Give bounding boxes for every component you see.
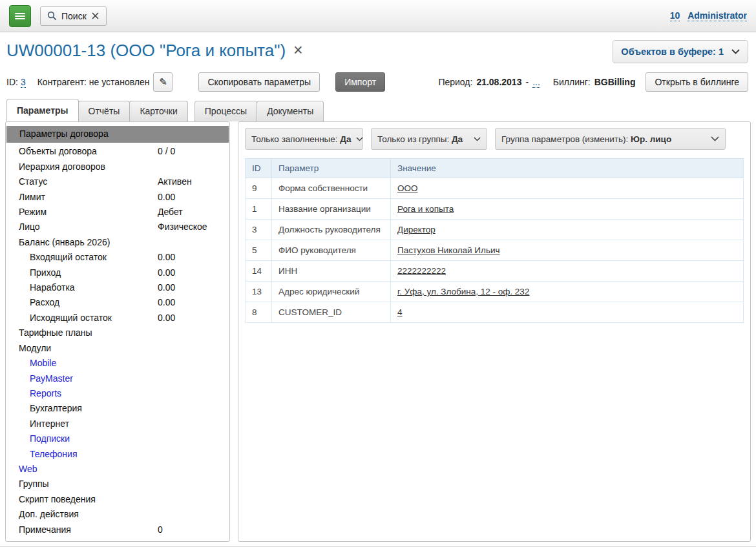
sidebar-item-value: 0.00	[158, 267, 175, 278]
chevron-down-icon	[351, 137, 363, 141]
sidebar-item[interactable]: Reports	[6, 386, 229, 401]
tab-label: Отчёты	[89, 106, 120, 116]
sidebar-item[interactable]: Исходящий остаток 0.00	[6, 311, 229, 325]
param-name-cell: Адрес юридический	[272, 282, 391, 302]
filter-only-filled[interactable]: Только заполненные: Да	[245, 128, 363, 150]
sidebar-item-label: Объекты договора	[19, 146, 97, 156]
param-value-link[interactable]: г. Уфа, ул. Злобина, 12 - оф. 232	[397, 287, 529, 296]
tab[interactable]: Параметры	[6, 99, 79, 121]
sidebar-item-value: Физическое	[158, 222, 207, 232]
sidebar-item-label: Телефония	[30, 449, 77, 459]
sidebar-item[interactable]: Режим Дебет	[6, 205, 229, 220]
param-name-cell: Название организации	[272, 199, 391, 220]
user-id-link[interactable]: 10	[670, 10, 680, 21]
tab[interactable]: Карточки	[129, 101, 187, 121]
sidebar-item[interactable]: Баланс (январь 2026)	[6, 235, 229, 250]
sidebar-item[interactable]: Приход 0.00	[6, 265, 229, 280]
param-id-cell: 9	[246, 178, 272, 199]
sidebar-item[interactable]: Примечания 0	[6, 522, 229, 537]
sidebar-item-label: Бухгалтерия	[30, 403, 82, 413]
param-name-cell: CUSTOMER_ID	[272, 302, 391, 323]
sidebar-item[interactable]: Статус Активен	[6, 174, 229, 189]
column-header-id: ID	[246, 159, 272, 178]
param-value-cell: г. Уфа, ул. Злобина, 12 - оф. 232	[391, 282, 744, 302]
sidebar-item-label: Параметры договора	[19, 129, 109, 139]
contract-info-row: ID: 3 Контрагент: не установлен ✎ Скопир…	[0, 71, 756, 93]
search-button[interactable]: Поиск	[40, 6, 107, 26]
sidebar-item-label: Интернет	[30, 418, 69, 429]
chevron-down-icon	[731, 49, 740, 54]
sidebar-item-label: Расход	[30, 297, 59, 307]
open-in-billing-button[interactable]: Открыть в биллинге	[646, 72, 748, 92]
sidebar-item[interactable]: Группы	[6, 477, 229, 491]
param-value-link[interactable]: ООО	[397, 183, 418, 193]
import-button[interactable]: Импорт	[335, 72, 385, 92]
sidebar-item[interactable]: Тарифные планы	[6, 325, 229, 340]
tab[interactable]: Отчёты	[78, 101, 131, 121]
copy-params-button[interactable]: Скопировать параметры	[198, 72, 320, 92]
id-value-link[interactable]: 3	[21, 77, 26, 88]
table-row: 13 Адрес юридический г. Уфа, ул. Злобина…	[246, 282, 744, 302]
table-row: 8 CUSTOMER_ID 4	[246, 302, 744, 323]
params-table: ID Параметр Значение 9 Форма собственнос…	[245, 158, 744, 323]
param-id-cell: 8	[246, 302, 272, 323]
param-value-link[interactable]: 2222222222	[397, 266, 446, 276]
page-title: UW00001-13 (ООО "Рога и копыта")	[6, 40, 286, 61]
sidebar-item[interactable]: Наработка 0.00	[6, 280, 229, 295]
tab[interactable]: Документы	[257, 101, 324, 121]
sidebar-item[interactable]: Web	[6, 462, 229, 477]
period-more-link[interactable]: ...	[532, 77, 540, 88]
param-value-link[interactable]: Пастухов Николай Ильич	[397, 245, 500, 255]
param-value-link[interactable]: Рога и копыта	[397, 204, 454, 214]
buffer-dropdown-label: Объектов в буфере: 1	[621, 46, 724, 57]
sidebar-item[interactable]: Модули	[6, 341, 229, 356]
contract-close-icon[interactable]: ×	[293, 40, 303, 59]
filter-only-group[interactable]: Только из группы: Да	[371, 128, 487, 150]
param-id-cell: 3	[246, 220, 272, 240]
sidebar-item[interactable]: Лицо Физическое	[6, 220, 229, 234]
billing-label: Биллинг:	[553, 77, 591, 87]
sidebar-item-value: 0	[158, 524, 163, 535]
pencil-icon: ✎	[159, 76, 167, 88]
sidebar-item[interactable]: Скрипт поведения	[6, 492, 229, 507]
sidebar-item[interactable]: Интернет	[6, 417, 229, 431]
filter-param-group[interactable]: Группа параметров (изменить): Юр. лицо	[495, 128, 726, 150]
tab[interactable]: Процессы	[194, 101, 257, 121]
sidebar-item-label: Лицо	[19, 222, 40, 232]
sidebar-item[interactable]: Лимит 0.00	[6, 190, 229, 205]
title-row: UW00001-13 (ООО "Рога и копыта") × Объек…	[0, 32, 756, 66]
sidebar-item-label: Тарифные планы	[19, 327, 92, 338]
sidebar-item[interactable]: PayMaster	[6, 371, 229, 386]
sidebar-item[interactable]: Объекты договора 0 / 0	[6, 144, 229, 159]
param-id-cell: 1	[246, 199, 272, 220]
sidebar-item[interactable]: Параметры договора	[6, 126, 229, 143]
sidebar-item[interactable]: Доп. действия	[6, 507, 229, 522]
sidebar-item[interactable]: Иерархия договоров	[6, 160, 229, 174]
params-panel: Только заполненные: Да Только из группы:…	[238, 121, 751, 542]
hamburger-menu-icon	[15, 12, 25, 21]
sidebar-item[interactable]: Бухгалтерия	[6, 401, 229, 416]
period-dash: -	[525, 77, 529, 87]
sidebar-item-label: Баланс (январь 2026)	[19, 237, 110, 247]
edit-contragent-button[interactable]: ✎	[153, 72, 173, 92]
table-row: 14 ИНН 2222222222	[246, 261, 744, 282]
sidebar-item[interactable]: Входящий остаток 0.00	[6, 250, 229, 265]
search-close-icon[interactable]	[91, 12, 100, 20]
param-id-cell: 5	[246, 240, 272, 261]
buffer-dropdown-button[interactable]: Объектов в буфере: 1	[613, 40, 748, 63]
sidebar-item-label: Лимит	[19, 192, 45, 202]
user-name-link[interactable]: Administrator	[688, 10, 747, 21]
menu-button[interactable]	[9, 5, 31, 27]
param-value-cell: ООО	[391, 178, 744, 199]
sidebar-item[interactable]: Расход 0.00	[6, 295, 229, 310]
params-table-header-row: ID Параметр Значение	[246, 159, 744, 178]
sidebar-item[interactable]: Mobile	[6, 356, 229, 371]
param-value-link[interactable]: 4	[397, 307, 403, 317]
param-name-cell: Форма собственности	[272, 178, 391, 199]
sidebar-item[interactable]: Телефония	[6, 447, 229, 462]
filter-row: Только заполненные: Да Только из группы:…	[245, 128, 744, 150]
param-name-cell: Должность руководителя	[272, 220, 391, 240]
tab-bar: Параметры Отчёты Карточки Процессы Докум…	[0, 99, 756, 121]
sidebar-item[interactable]: Подписки	[6, 431, 229, 446]
param-value-link[interactable]: Директор	[397, 225, 436, 234]
